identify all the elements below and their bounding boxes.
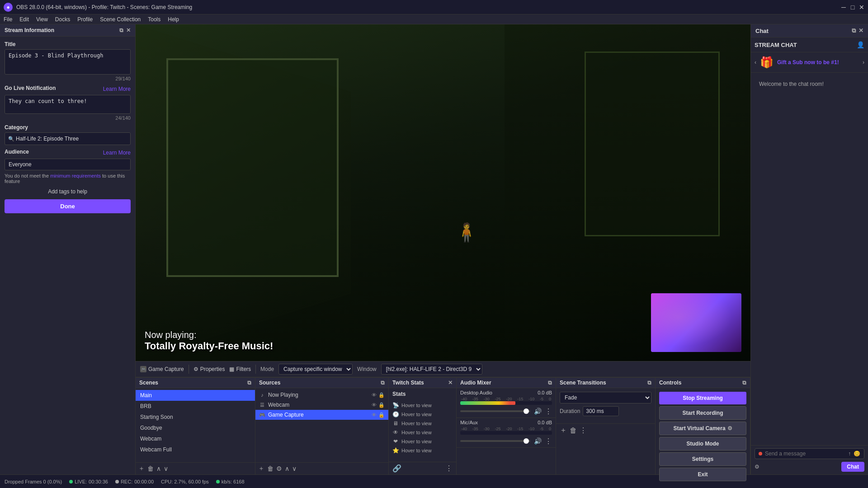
capture-mode-select[interactable]: Capture specific window xyxy=(278,364,353,375)
settings-button[interactable]: Settings xyxy=(659,452,746,466)
chat-popout-icon[interactable]: ⧉ xyxy=(852,27,856,34)
chat-button[interactable]: Chat xyxy=(841,462,864,472)
mic-aux-channel: Mic/Aux 0.0 dB -40-35-30-25-20-15-10-50 … xyxy=(457,418,556,448)
scene-item-main[interactable]: Main xyxy=(136,390,255,401)
menubar-item-view[interactable]: View xyxy=(36,16,48,23)
source-item-game-capture[interactable]: 🎮 Game Capture 👁 🔒 xyxy=(255,410,388,420)
sources-add-icon[interactable]: ＋ xyxy=(258,465,264,473)
audience-note-link[interactable]: minimum requirements xyxy=(50,173,101,178)
twitch-stats-close-icon[interactable]: ✕ xyxy=(448,380,453,386)
mic-aux-slider[interactable] xyxy=(460,440,530,442)
mic-aux-more[interactable]: ⋮ xyxy=(545,437,552,446)
menubar-item-profile[interactable]: Profile xyxy=(77,16,93,23)
go-live-input[interactable]: They can count to three! xyxy=(5,95,131,114)
chat-send-icon[interactable]: ↑ xyxy=(848,450,851,457)
maximize-button[interactable]: □ xyxy=(850,5,855,10)
virtual-camera-settings-icon[interactable]: ⚙ xyxy=(727,425,732,432)
start-virtual-camera-button[interactable]: Start Virtual Camera ⚙ xyxy=(659,422,746,435)
source-eye-icon3[interactable]: 👁 xyxy=(372,412,377,418)
desktop-audio-thumb[interactable] xyxy=(524,408,529,414)
exit-button[interactable]: Exit xyxy=(659,468,746,481)
menubar-item-edit[interactable]: Edit xyxy=(19,16,29,23)
stat-item-4[interactable]: ❤ Hover to view xyxy=(389,437,456,446)
controls-expand-icon[interactable]: ⧉ xyxy=(742,380,746,386)
game-capture-item[interactable]: 🎮 Game Capture xyxy=(140,366,184,372)
scene-transitions-expand-icon[interactable]: ⧉ xyxy=(647,380,651,386)
source-lock-icon[interactable]: 🔒 xyxy=(378,392,385,398)
audience-select[interactable]: Everyone xyxy=(5,159,131,170)
sources-up-icon[interactable]: ∧ xyxy=(285,465,289,472)
source-game-capture-controls: 👁 🔒 xyxy=(372,412,385,418)
done-button[interactable]: Done xyxy=(5,199,131,213)
transition-type-select[interactable]: Fade xyxy=(560,392,651,404)
source-eye-icon2[interactable]: 👁 xyxy=(372,402,377,408)
desktop-audio-mute[interactable]: 🔊 xyxy=(533,407,542,416)
go-live-learn-more[interactable]: Learn More xyxy=(103,86,131,92)
minimize-button[interactable]: ─ xyxy=(841,5,846,10)
transition-add-icon[interactable]: ＋ xyxy=(560,426,567,435)
transition-more-icon[interactable]: ⋮ xyxy=(580,426,587,435)
chat-gear-icon[interactable]: ⚙ xyxy=(755,464,760,470)
stream-info-popout-icon[interactable]: ⧉ xyxy=(119,27,123,33)
banner-right-arrow[interactable]: › xyxy=(863,59,864,66)
stat-item-1[interactable]: 🕐 Hover to view xyxy=(389,410,456,419)
desktop-audio-more[interactable]: ⋮ xyxy=(545,407,552,416)
studio-mode-button[interactable]: Studio Mode xyxy=(659,437,746,450)
stream-chat-settings-icon[interactable]: 👤 xyxy=(857,41,864,48)
title-input[interactable]: Episode 3 - Blind Playthrough xyxy=(5,49,131,75)
duration-input[interactable] xyxy=(583,406,619,416)
stat-item-3[interactable]: 👁 Hover to view xyxy=(389,428,456,437)
scene-item-webcam-full[interactable]: Webcam Full xyxy=(136,444,255,455)
scene-item-goodbye[interactable]: Goodbye xyxy=(136,422,255,433)
stat-item-2[interactable]: 🖥 Hover to view xyxy=(389,419,456,428)
gift-text[interactable]: Gift a Sub now to be #1! xyxy=(777,59,863,66)
category-input[interactable] xyxy=(5,132,131,145)
transition-delete-icon[interactable]: 🗑 xyxy=(570,427,577,435)
scenes-add-icon[interactable]: ＋ xyxy=(138,465,145,473)
audio-mixer-expand-icon[interactable]: ⧉ xyxy=(548,380,552,386)
banner-left-arrow[interactable]: ‹ xyxy=(755,59,756,66)
source-item-webcam[interactable]: ☰ Webcam 👁 🔒 xyxy=(255,400,388,410)
stat-item-0[interactable]: 📡 Hover to view xyxy=(389,401,456,410)
scene-item-brb[interactable]: BRB xyxy=(136,401,255,412)
stop-streaming-button[interactable]: Stop Streaming xyxy=(659,392,746,404)
filters-item[interactable]: ▦ Filters xyxy=(229,366,251,372)
source-lock-icon3[interactable]: 🔒 xyxy=(378,412,385,418)
menubar-item-file[interactable]: File xyxy=(4,16,12,23)
menubar-item-tools[interactable]: Tools xyxy=(148,16,160,23)
properties-item[interactable]: ⚙ Properties xyxy=(193,366,225,372)
desktop-audio-slider[interactable] xyxy=(460,410,530,412)
game-character: 🧍 xyxy=(455,222,478,243)
close-button[interactable]: ✕ xyxy=(859,5,864,10)
audience-learn-more[interactable]: Learn More xyxy=(103,150,131,156)
sources-delete-icon[interactable]: 🗑 xyxy=(267,465,274,472)
cpu-text: CPU: 2.7%, 60.00 fps xyxy=(161,479,209,484)
window-select[interactable]: [hl2.exe]: HALF-LIFE 2 - Direct3D 9 xyxy=(381,364,482,375)
mic-aux-mute[interactable]: 🔊 xyxy=(533,436,542,446)
mic-aux-thumb[interactable] xyxy=(524,438,529,444)
scene-item-starting-soon[interactable]: Starting Soon xyxy=(136,412,255,422)
source-item-now-playing[interactable]: ♪ Now Playing 👁 🔒 xyxy=(255,390,388,400)
twitch-more-icon[interactable]: ⋮ xyxy=(445,464,453,473)
scenes-delete-icon[interactable]: 🗑 xyxy=(147,465,154,472)
source-lock-icon2[interactable]: 🔒 xyxy=(378,402,385,408)
sources-down-icon[interactable]: ∨ xyxy=(292,465,297,472)
sources-settings-icon[interactable]: ⚙ xyxy=(276,465,282,472)
scenes-expand-icon[interactable]: ⧉ xyxy=(247,380,251,386)
source-eye-icon[interactable]: 👁 xyxy=(372,392,377,398)
scenes-down-icon[interactable]: ∨ xyxy=(164,465,168,472)
scene-item-webcam[interactable]: Webcam xyxy=(136,433,255,444)
twitch-link-icon[interactable]: 🔗 xyxy=(392,464,401,473)
menubar-item-help[interactable]: Help xyxy=(168,16,179,23)
menubar-item-scene-collection[interactable]: Scene Collection xyxy=(100,16,141,23)
scenes-up-icon[interactable]: ∧ xyxy=(156,465,161,472)
chat-emoji-icon[interactable]: 😊 xyxy=(854,450,860,457)
chat-close-icon[interactable]: ✕ xyxy=(859,27,863,34)
start-recording-button[interactable]: Start Recording xyxy=(659,406,746,420)
stat-item-5[interactable]: ⭐ Hover to view xyxy=(389,446,456,455)
menubar-item-docks[interactable]: Docks xyxy=(55,16,70,23)
chat-message-input[interactable] xyxy=(765,450,845,457)
sources-expand-icon[interactable]: ⧉ xyxy=(381,380,385,386)
game-capture-label: Game Capture xyxy=(148,366,184,372)
stream-info-close-icon[interactable]: ✕ xyxy=(126,27,131,33)
